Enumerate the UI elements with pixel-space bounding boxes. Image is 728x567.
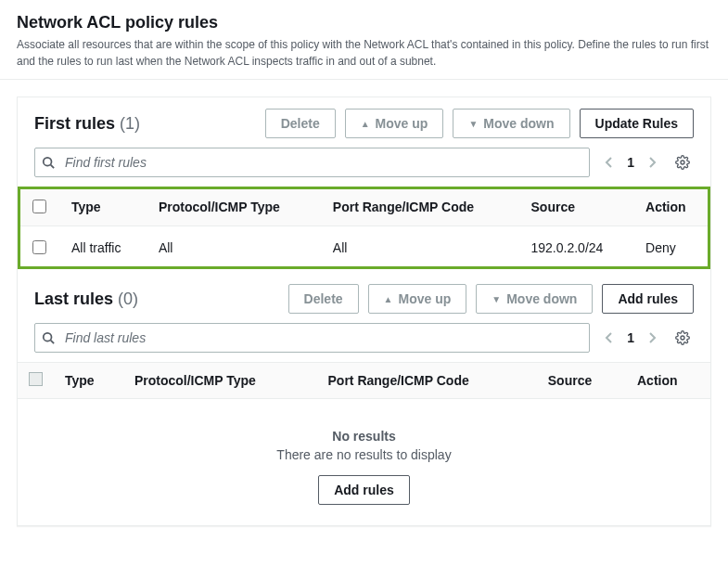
empty-title: No results — [29, 429, 699, 444]
first-rules-table-wrapper: Type Protocol/ICMP Type Port Range/ICMP … — [18, 187, 710, 269]
move-down-label: Move down — [506, 291, 577, 306]
move-up-label: Move up — [376, 116, 428, 131]
move-down-button[interactable]: ▼Move down — [453, 109, 569, 138]
first-rules-count: (1) — [120, 114, 140, 133]
triangle-up-icon: ▲ — [361, 119, 370, 129]
settings-gear-icon[interactable] — [671, 327, 694, 349]
col-portrange: Port Range/ICMP Code — [317, 363, 537, 399]
settings-gear-icon[interactable] — [671, 151, 694, 174]
search-icon — [42, 331, 55, 344]
cell-type: All traffic — [60, 226, 147, 269]
first-rules-panel: First rules (1) Delete ▲Move up ▼Move do… — [17, 97, 711, 526]
delete-button[interactable]: Delete — [265, 109, 336, 138]
svg-point-5 — [681, 336, 684, 340]
svg-line-1 — [51, 165, 55, 169]
page-title: Network ACL policy rules — [17, 13, 711, 32]
delete-label: Delete — [304, 291, 343, 306]
pager-page: 1 — [627, 330, 634, 345]
triangle-down-icon: ▼ — [492, 294, 501, 304]
update-rules-button[interactable]: Update Rules — [580, 109, 694, 138]
last-rules-count: (0) — [118, 290, 138, 308]
select-all-checkbox[interactable] — [32, 200, 46, 213]
cell-action: Deny — [634, 226, 710, 269]
search-icon — [42, 156, 55, 169]
last-pager: 1 — [601, 328, 660, 348]
move-down-button[interactable]: ▼Move down — [476, 284, 593, 314]
col-type: Type — [60, 187, 147, 226]
table-row[interactable]: All traffic All All 192.0.2.0/24 Deny — [18, 226, 710, 269]
add-rules-label: Add rules — [334, 483, 394, 497]
select-all-header — [18, 187, 60, 226]
add-rules-label: Add rules — [618, 291, 678, 306]
cell-portrange: All — [322, 226, 520, 269]
svg-line-4 — [51, 341, 55, 344]
move-up-label: Move up — [399, 291, 452, 306]
svg-point-2 — [681, 161, 684, 164]
first-rules-title-text: First rules — [34, 114, 115, 133]
cell-protocol: All — [147, 226, 322, 269]
pager-prev-icon[interactable] — [601, 328, 618, 348]
col-action: Action — [626, 363, 710, 399]
cell-source: 192.0.2.0/24 — [520, 226, 635, 269]
col-action: Action — [634, 187, 710, 226]
first-rules-table: Type Protocol/ICMP Type Port Range/ICMP … — [18, 187, 710, 269]
pager-prev-icon[interactable] — [601, 152, 618, 173]
last-rules-table: Type Protocol/ICMP Type Port Range/ICMP … — [18, 362, 710, 525]
svg-point-3 — [44, 333, 52, 341]
move-up-button[interactable]: ▲Move up — [368, 284, 467, 314]
col-protocol: Protocol/ICMP Type — [147, 187, 322, 226]
row-checkbox[interactable] — [32, 240, 46, 254]
page-description: Associate all resources that are within … — [17, 36, 711, 70]
last-rules-title-text: Last rules — [34, 290, 113, 308]
triangle-down-icon: ▼ — [468, 119, 478, 129]
select-all-header — [18, 363, 54, 399]
svg-point-0 — [44, 158, 52, 166]
first-pager: 1 — [601, 152, 660, 173]
triangle-up-icon: ▲ — [384, 294, 393, 304]
empty-row: No results There are no results to displ… — [18, 399, 710, 526]
move-down-label: Move down — [483, 116, 554, 131]
pager-page: 1 — [627, 155, 634, 170]
delete-button[interactable]: Delete — [288, 284, 359, 314]
empty-state: No results There are no results to displ… — [29, 410, 699, 514]
col-type: Type — [54, 363, 123, 399]
col-protocol: Protocol/ICMP Type — [123, 363, 317, 399]
add-rules-button[interactable]: Add rules — [602, 284, 694, 314]
first-search-input[interactable] — [34, 148, 590, 177]
move-up-button[interactable]: ▲Move up — [345, 109, 444, 138]
first-rules-title: First rules (1) — [34, 114, 140, 134]
page-header: Network ACL policy rules Associate all r… — [0, 0, 728, 80]
update-rules-label: Update Rules — [595, 116, 678, 131]
col-source: Source — [537, 363, 626, 399]
last-search — [34, 323, 590, 353]
delete-label: Delete — [281, 116, 320, 131]
first-search — [34, 148, 590, 177]
empty-text: There are no results to display — [29, 447, 699, 462]
last-rules-title: Last rules (0) — [34, 290, 138, 309]
pager-next-icon[interactable] — [644, 152, 660, 173]
select-all-disabled — [29, 372, 43, 386]
add-rules-button[interactable]: Add rules — [318, 475, 410, 505]
col-source: Source — [520, 187, 635, 226]
col-portrange: Port Range/ICMP Code — [322, 187, 520, 226]
pager-next-icon[interactable] — [644, 328, 660, 348]
last-search-input[interactable] — [34, 323, 590, 353]
